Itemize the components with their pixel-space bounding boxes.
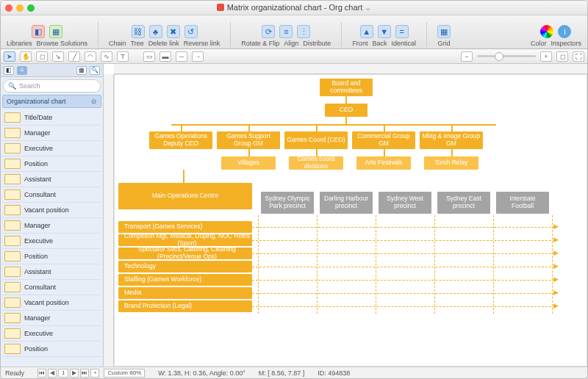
sidebar-library-header[interactable]: Organizational chart⊖ — [2, 95, 101, 108]
library-item[interactable]: Manager — [3, 126, 101, 141]
status-id: ID: 494838 — [318, 369, 350, 377]
orgchart-node[interactable]: Games Coord (CEO) — [284, 131, 348, 149]
orgchart-node[interactable]: Board and committees — [320, 79, 373, 96]
page-current[interactable]: 1 — [58, 369, 68, 378]
library-item[interactable]: Position — [3, 249, 101, 264]
orgchart-node[interactable]: Interstate Football — [496, 192, 549, 214]
library-item[interactable]: Vacant position — [3, 295, 101, 311]
orgchart-node[interactable]: Arts Festivals — [356, 156, 411, 170]
tree-icon[interactable]: ♣ — [149, 25, 162, 38]
connector-tool[interactable]: ↘ — [52, 51, 64, 62]
minimize-icon[interactable] — [16, 4, 24, 12]
chain-icon[interactable]: ⛓ — [132, 25, 145, 38]
orgchart-node[interactable]: Spectator Svcs, Catering, Cleaning (Prec… — [118, 248, 252, 259]
identical-icon[interactable]: = — [395, 25, 409, 38]
sidebar-tab-panel[interactable]: ◧ — [4, 66, 14, 75]
sidebar-tab-list[interactable]: ≡ — [17, 66, 27, 75]
library-item[interactable]: Manager — [3, 218, 101, 234]
library-item[interactable]: Executive — [3, 326, 101, 342]
toolbar-group-libraries: ◧ ▦ LibrariesBrowse Solutions — [7, 25, 87, 47]
library-item[interactable]: Position — [3, 156, 101, 172]
inspectors-icon[interactable]: i — [558, 25, 571, 38]
close-icon[interactable] — [5, 4, 12, 12]
page-last-button[interactable]: ⏭ — [80, 369, 89, 378]
orgchart-node[interactable]: Commercial Group GM — [352, 131, 415, 149]
library-item[interactable]: Vacant position — [3, 203, 101, 218]
orgchart-node[interactable]: Staffing (Games Workforce) — [118, 274, 252, 286]
canvas[interactable]: Board and committeesCEOGames Operations … — [114, 74, 587, 367]
format-line[interactable]: ─ — [176, 51, 187, 62]
orgchart-node[interactable]: Main Operations Centre — [118, 183, 252, 209]
collapse-icon: ⊖ — [91, 98, 97, 105]
orgchart-node[interactable]: Mktg & Image Group GM — [420, 131, 483, 149]
libraries-icon[interactable]: ◧ — [32, 25, 45, 38]
line-tool[interactable]: ╱ — [68, 51, 80, 62]
orgchart-node[interactable]: Torch Relay — [424, 156, 478, 170]
browse-solutions-icon[interactable]: ▦ — [49, 25, 62, 38]
arc-tool[interactable]: ◠ — [85, 51, 96, 62]
hand-tool[interactable]: ✋ — [20, 51, 32, 62]
library-item[interactable]: Executive — [3, 141, 101, 156]
orgchart-node[interactable]: Darling Harbour precinct — [320, 192, 373, 214]
arrow-icon: ▶ — [553, 289, 559, 296]
orgchart-node[interactable]: Games Support Group GM — [217, 131, 280, 149]
library-sidebar: ◧ ≡ ▦ 🔍 🔍Search Organizational chart⊖ Ti… — [1, 64, 104, 367]
orgchart-node[interactable]: Sydney Olympic Park precinct — [261, 192, 314, 214]
zoom-slider[interactable] — [477, 55, 536, 57]
format-fill[interactable]: ▬ — [159, 51, 171, 62]
shape-thumb-icon — [4, 313, 21, 323]
format-arrow[interactable]: → — [192, 51, 204, 62]
pointer-tool[interactable]: ➤ — [4, 51, 15, 62]
library-item[interactable]: Position — [3, 342, 101, 357]
arrow-icon: ▶ — [553, 223, 559, 230]
orgchart-node[interactable]: CEO — [325, 104, 368, 117]
fullscreen-icon[interactable]: ⛶ — [573, 51, 584, 62]
distribute-icon[interactable]: ⋮ — [297, 25, 310, 38]
orgchart-node[interactable]: Sydney East precinct — [437, 192, 490, 214]
rotate-flip-icon[interactable]: ⟳ — [262, 25, 275, 38]
sidebar-tab-search[interactable]: 🔍 — [90, 66, 100, 75]
orgchart-node[interactable]: Technology — [118, 261, 252, 272]
reverse-link-icon[interactable]: ↺ — [184, 25, 198, 38]
delete-link-icon[interactable]: ✖ — [167, 25, 180, 38]
orgchart-node[interactable]: Villages — [221, 156, 276, 170]
status-mouse: M: [ 8.56, 7.87 ] — [259, 369, 305, 377]
zoom-out-button[interactable]: − — [461, 51, 473, 62]
fitpage-icon[interactable]: ◻ — [556, 51, 568, 62]
library-item[interactable]: Assistant — [3, 172, 101, 187]
sidebar-search[interactable]: 🔍Search — [3, 79, 101, 93]
grid-icon[interactable]: ▦ — [437, 25, 451, 38]
zoom-in-button[interactable]: + — [540, 51, 552, 62]
main-toolbar: ◧ ▦ LibrariesBrowse Solutions ⛓ ♣ ✖ ↺ Ch… — [1, 15, 587, 49]
library-item[interactable]: Title/Date — [3, 110, 101, 126]
color-icon[interactable] — [540, 25, 553, 38]
arrow-icon: ▶ — [553, 302, 559, 309]
page-add-button[interactable]: + — [90, 369, 99, 378]
text-tool[interactable]: T — [117, 51, 129, 62]
orgchart-node[interactable]: Sydney West precinct — [379, 192, 431, 214]
spline-tool[interactable]: ∿ — [101, 51, 112, 62]
front-icon[interactable]: ▲ — [360, 25, 373, 38]
orgchart-node[interactable]: Games coord divisions — [289, 156, 343, 170]
zoom-icon[interactable] — [27, 4, 35, 12]
library-item[interactable]: Assistant — [3, 264, 101, 280]
library-item[interactable]: Manager — [3, 311, 101, 326]
back-icon[interactable]: ▼ — [378, 25, 391, 38]
format-border[interactable]: ▭ — [143, 51, 155, 62]
orgchart-node[interactable]: Transport (Games Services) — [118, 221, 252, 233]
align-icon[interactable]: ≡ — [279, 25, 293, 38]
page-first-button[interactable]: ⏮ — [37, 369, 46, 378]
zoom-readout[interactable]: Custom 80% — [104, 369, 145, 378]
library-item[interactable]: Executive — [3, 234, 101, 249]
shape-tool[interactable]: ◻ — [36, 51, 48, 62]
shape-thumb-icon — [4, 112, 21, 123]
orgchart-node[interactable]: Competion Mgt, Medical, Doping, NOC Reln… — [118, 234, 252, 246]
orgchart-node[interactable]: Media — [118, 287, 252, 299]
page-prev-button[interactable]: ◀ — [48, 369, 57, 378]
page-next-button[interactable]: ▶ — [70, 369, 79, 378]
orgchart-node[interactable]: Games Operations Deputy CEO — [149, 131, 212, 149]
library-item[interactable]: Consultant — [3, 280, 101, 295]
orgchart-node[interactable]: Brand Protection (Legal) — [118, 300, 252, 312]
sidebar-tab-grid[interactable]: ▦ — [76, 66, 87, 75]
library-item[interactable]: Consultant — [3, 187, 101, 203]
